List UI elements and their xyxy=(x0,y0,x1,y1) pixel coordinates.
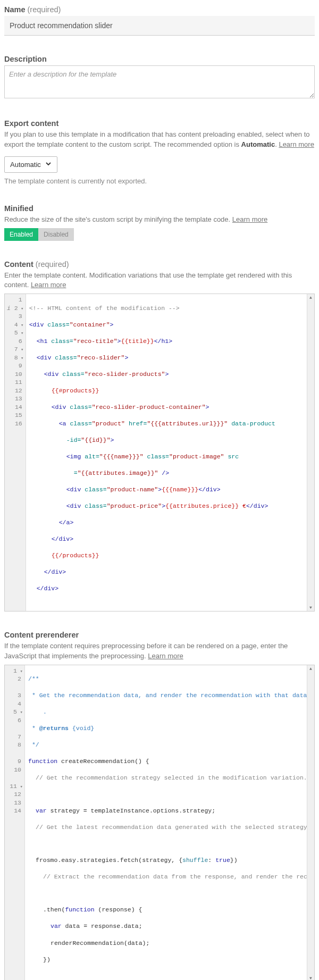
content-section: Content (required) Enter the template co… xyxy=(4,260,315,612)
minified-disabled-button[interactable]: Disabled xyxy=(38,228,74,241)
prerenderer-help: If the template content requires preproc… xyxy=(4,641,315,661)
scrollbar[interactable]: ▲▼ xyxy=(307,665,314,981)
export-status-note: The template content is currently not ex… xyxy=(4,177,315,185)
minified-toggle: Enabled Disabled xyxy=(4,228,74,241)
minified-enabled-button[interactable]: Enabled xyxy=(4,228,38,241)
name-section: Name (required) xyxy=(4,5,315,36)
prerenderer-editor[interactable]: 1 ▾ 2 3 4 5 ▾ 6 7 8 910 11 ▾121314 /** *… xyxy=(4,665,315,981)
minified-section: Minified Reduce the size of the site's c… xyxy=(4,204,315,241)
export-select[interactable]: Automatic xyxy=(4,156,57,173)
prerenderer-label: Content prerenderer xyxy=(4,631,315,639)
content-help: Enter the template content. Modification… xyxy=(4,271,315,291)
description-label: Description xyxy=(4,55,315,63)
editor-gutter: 1i 2 ▾ 3 4 ▾ 5 ▾ 6 7 ▾ 8 ▾ 9 10 11 12 13… xyxy=(5,294,26,611)
scrollbar[interactable]: ▲▼ xyxy=(307,294,314,611)
content-learn-more-link[interactable]: Learn more xyxy=(31,281,66,289)
editor-gutter: 1 ▾ 2 3 4 5 ▾ 6 7 8 910 11 ▾121314 xyxy=(5,665,25,981)
name-input[interactable] xyxy=(4,16,315,36)
prerenderer-learn-more-link[interactable]: Learn more xyxy=(148,652,183,660)
export-help: If you plan to use this template in a mo… xyxy=(4,130,315,150)
editor-code[interactable]: <!-- HTML content of the modification --… xyxy=(26,294,307,611)
chevron-down-icon xyxy=(45,161,52,169)
prerenderer-section: Content prerenderer If the template cont… xyxy=(4,631,315,980)
export-section: Export content If you plan to use this t… xyxy=(4,119,315,185)
name-label: Name (required) xyxy=(4,5,315,14)
minified-learn-more-link[interactable]: Learn more xyxy=(232,215,267,223)
description-section: Description xyxy=(4,55,315,100)
description-textarea[interactable] xyxy=(4,65,315,98)
content-editor[interactable]: 1i 2 ▾ 3 4 ▾ 5 ▾ 6 7 ▾ 8 ▾ 9 10 11 12 13… xyxy=(4,294,315,612)
editor-code[interactable]: /** * Get the recommendation data, and r… xyxy=(25,665,307,981)
minified-help: Reduce the size of the site's custom scr… xyxy=(4,215,315,225)
export-label: Export content xyxy=(4,119,315,128)
minified-label: Minified xyxy=(4,204,315,213)
content-label: Content (required) xyxy=(4,260,315,269)
export-learn-more-link[interactable]: Learn more xyxy=(279,140,314,148)
